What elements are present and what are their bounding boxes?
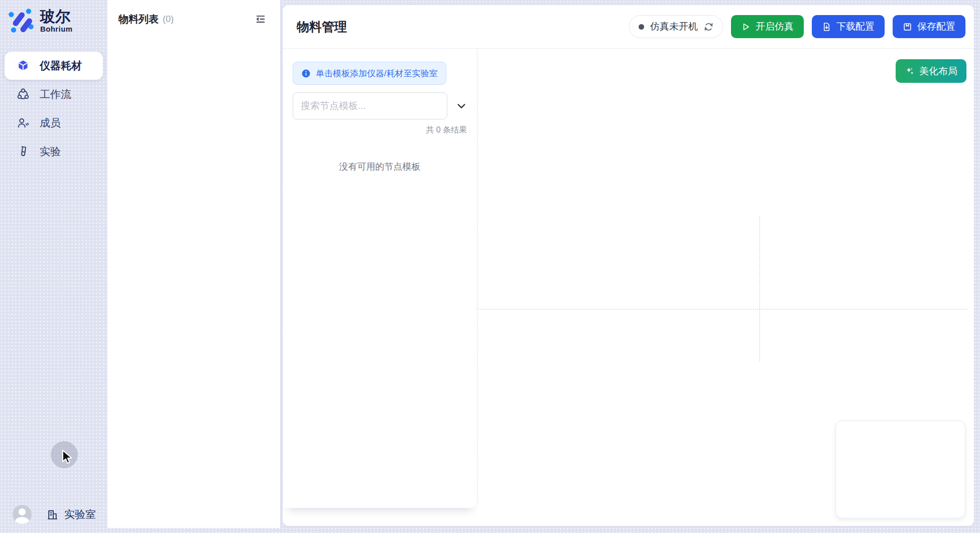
collapse-panel-button[interactable] [253, 12, 268, 27]
materials-list-count: (0) [163, 14, 174, 25]
sidebar-item-experiments[interactable]: 实验 [5, 138, 103, 166]
template-hint-banner: 单击模板添加仪器/耗材至实验室 [293, 62, 446, 85]
canvas-vertical-guide [759, 216, 760, 361]
cube-icon [17, 59, 30, 72]
file-download-icon [822, 22, 831, 32]
template-panel: 单击模板添加仪器/耗材至实验室 共 0 条结果 没有可用的节点模板 [283, 49, 477, 508]
page-title: 物料管理 [297, 19, 347, 35]
materials-list-panel: 物料列表 (0) [107, 0, 280, 528]
building-icon [46, 508, 59, 521]
sidebar: 玻尔 Bohrium 仪器耗材 工作流 [0, 0, 107, 533]
brand-name-en: Bohrium [40, 25, 72, 33]
start-simulation-label: 开启仿真 [756, 20, 794, 33]
search-result-count: 共 0 条结果 [293, 125, 467, 136]
sparkles-icon [905, 66, 915, 76]
sidebar-item-label: 实验 [40, 145, 61, 159]
save-icon [903, 22, 912, 32]
topbar: 物料管理 仿真未开机 开启仿真 [283, 5, 974, 49]
download-config-button[interactable]: 下载配置 [812, 15, 885, 38]
user-avatar[interactable] [13, 505, 32, 524]
save-config-button[interactable]: 保存配置 [893, 15, 965, 38]
template-hint-text: 单击模板添加仪器/耗材至实验室 [316, 68, 438, 79]
canvas-minimap[interactable] [835, 421, 965, 518]
sidebar-item-label: 成员 [40, 116, 61, 130]
empty-templates-message: 没有可用的节点模板 [293, 161, 467, 173]
simulation-status-label: 仿真未开机 [650, 20, 698, 33]
workflow-icon [17, 88, 30, 101]
info-icon [301, 69, 311, 78]
chevron-down-icon[interactable] [456, 100, 467, 111]
topbar-actions: 仿真未开机 开启仿真 [629, 15, 965, 38]
refresh-icon[interactable] [704, 22, 713, 32]
main-card: 物料管理 仿真未开机 开启仿真 [283, 5, 974, 526]
mouse-cursor [61, 450, 74, 465]
simulation-status-pill[interactable]: 仿真未开机 [629, 15, 723, 38]
brand-logo: 玻尔 Bohrium [7, 7, 72, 34]
sidebar-item-members[interactable]: 成员 [5, 109, 103, 137]
members-icon [17, 116, 30, 129]
sidebar-nav: 仪器耗材 工作流 成员 [5, 52, 103, 166]
workspace-label: 实验室 [64, 507, 96, 521]
materials-list-header: 物料列表 (0) [107, 0, 280, 38]
sidebar-item-instruments[interactable]: 仪器耗材 [5, 52, 103, 80]
test-tube-icon [17, 145, 30, 158]
status-dot-icon [639, 24, 644, 30]
canvas-horizontal-guide [478, 309, 967, 310]
brand-name: 玻尔 Bohrium [40, 9, 72, 33]
workspace-switcher[interactable]: 实验室 [46, 507, 96, 521]
beautify-layout-button[interactable]: 美化布局 [896, 59, 966, 83]
brand-name-cn: 玻尔 [40, 9, 72, 25]
download-config-label: 下载配置 [836, 20, 875, 33]
template-search-row [293, 92, 467, 119]
materials-list-title: 物料列表 [118, 13, 159, 26]
sidebar-item-label: 工作流 [40, 87, 71, 101]
start-simulation-button[interactable]: 开启仿真 [731, 15, 804, 38]
bohrium-logo-icon [7, 7, 35, 34]
beautify-layout-label: 美化布局 [919, 65, 957, 78]
sidebar-item-workflow[interactable]: 工作流 [5, 80, 103, 108]
play-icon [741, 22, 751, 32]
save-config-label: 保存配置 [917, 20, 955, 33]
sidebar-footer: 实验室 [13, 505, 96, 524]
sidebar-item-label: 仪器耗材 [40, 59, 82, 73]
template-search-input[interactable] [293, 92, 447, 119]
